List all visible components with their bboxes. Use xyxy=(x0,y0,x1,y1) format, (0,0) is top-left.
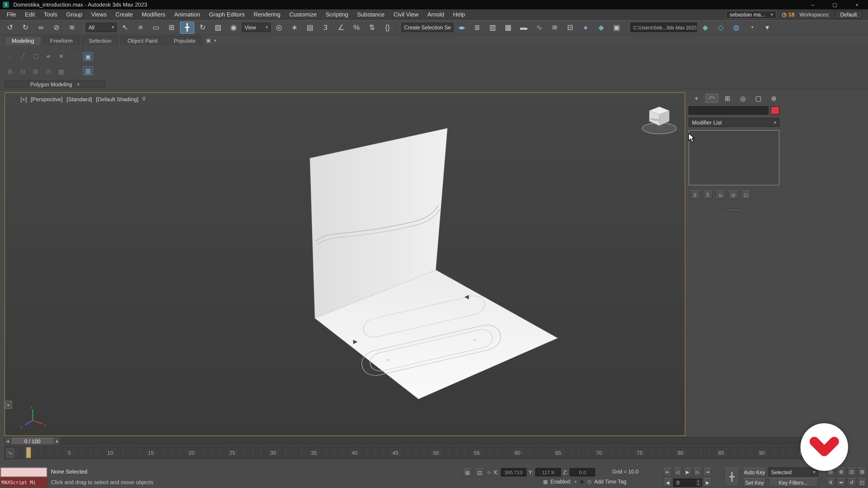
z-coordinate-field[interactable]: 0.0 xyxy=(570,468,595,477)
filter-funnel-icon[interactable]: ∇ xyxy=(143,96,146,102)
toggle-layer-explorer-button[interactable]: ▦ xyxy=(501,21,515,33)
record-ring-icon[interactable]: ◉ xyxy=(580,479,584,485)
menu-item[interactable]: Arnold xyxy=(423,10,449,19)
ribbon-tool-icon[interactable]: ⊟ xyxy=(17,66,29,77)
ribbon-tool-icon[interactable]: ▦ xyxy=(55,66,67,77)
ribbon-edit-mode-icon[interactable]: ▥ xyxy=(83,66,93,75)
absolute-mode-toggle[interactable]: ⊹ xyxy=(487,469,491,475)
slate-material-editor-button[interactable]: ⊟ xyxy=(563,21,578,33)
pin-stack-button[interactable]: ⊻ xyxy=(690,190,700,199)
ribbon-tool-icon[interactable]: ▢ xyxy=(30,51,41,61)
select-and-place-button[interactable]: ◉ xyxy=(226,21,241,33)
next-key-button[interactable]: ▶ xyxy=(703,478,712,487)
ribbon-tab[interactable]: Modeling xyxy=(4,36,41,45)
add-time-tag[interactable]: Add Time Tag xyxy=(594,479,626,485)
selection-filter-dropdown[interactable]: All ▾ xyxy=(86,23,117,32)
dope-sheet-button[interactable]: ≋ xyxy=(548,21,562,33)
create-tab[interactable]: + xyxy=(690,94,703,103)
ribbon-edit-mode-icon[interactable]: ▣ xyxy=(83,52,93,61)
ribbon-tool-icon[interactable]: ⊞ xyxy=(4,66,16,77)
pan-view-button[interactable]: ⇹ xyxy=(836,478,846,487)
previous-key-button[interactable]: ◀ xyxy=(663,478,672,487)
render-flyout-button[interactable]: ▾ xyxy=(760,21,774,33)
set-key-button[interactable]: Set Key xyxy=(743,478,766,487)
panel-splitter[interactable] xyxy=(689,209,780,210)
edit-named-selection-sets-button[interactable]: {} xyxy=(380,21,395,33)
project-folder-field[interactable]: C:\Users\Seb...3ds Max 2023 xyxy=(630,23,697,32)
select-by-name-button[interactable]: ≡ xyxy=(133,21,148,33)
menu-item[interactable]: Tools xyxy=(39,10,62,19)
orbit-button[interactable]: ↺ xyxy=(847,478,857,487)
display-tab[interactable]: ▢ xyxy=(752,94,765,103)
configure-modifier-sets-button[interactable]: ⊡ xyxy=(741,190,751,199)
menu-item[interactable]: Customize xyxy=(285,10,321,19)
menu-item[interactable]: Views xyxy=(87,10,111,19)
polygon-modeling-label[interactable]: Polygon Modeling ▾ xyxy=(4,80,105,88)
select-object-button[interactable]: ↖ xyxy=(118,21,132,33)
spinner-up-icon[interactable]: ▲ xyxy=(697,479,700,482)
maxscript-mini-listener[interactable]: MAXScript Mi xyxy=(0,477,47,487)
viewport-menu[interactable]: [+] xyxy=(21,96,27,102)
menu-item[interactable]: Help xyxy=(449,10,469,19)
menu-item[interactable]: Civil View xyxy=(389,10,423,19)
activeshade-button[interactable]: ◍ xyxy=(729,21,743,33)
spinner-down-icon[interactable]: ▼ xyxy=(697,483,700,486)
minimize-button[interactable]: – xyxy=(809,2,816,7)
mirror-button[interactable]: ◂▸ xyxy=(455,21,469,33)
render-cloud-button[interactable]: ◔ xyxy=(745,21,759,33)
select-and-link-button[interactable]: ∞ xyxy=(34,21,48,33)
viewport-canvas[interactable]: FRONT y x z xyxy=(5,93,685,436)
ribbon-tool-icon[interactable]: ╱ xyxy=(17,51,29,61)
reference-coordinate-dropdown[interactable]: View ▾ xyxy=(242,23,271,32)
ribbon-tool-icon[interactable]: ⊠ xyxy=(30,66,41,77)
ribbon-tool-icon[interactable]: ▫ xyxy=(71,52,79,58)
curve-editor-button[interactable]: ∿ xyxy=(532,21,546,33)
align-button[interactable]: ≣ xyxy=(470,21,485,33)
render-production-button[interactable]: ◆ xyxy=(698,21,712,33)
select-and-move-button[interactable]: ╋ xyxy=(180,21,194,33)
close-button[interactable]: × xyxy=(854,2,860,7)
maximize-button[interactable]: ▢ xyxy=(831,2,838,7)
ribbon-tool-icon[interactable]: ▫ xyxy=(71,69,79,75)
go-to-end-button[interactable]: ⇥ xyxy=(703,467,712,476)
spinner-snap-toggle[interactable]: ⇅ xyxy=(365,21,379,33)
rectangular-selection-region-button[interactable]: ▭ xyxy=(149,21,163,33)
notification-badge[interactable]: ◷ 18 xyxy=(782,11,795,18)
menu-item[interactable]: Animation xyxy=(170,10,205,19)
macro-recorder-pane[interactable] xyxy=(0,467,47,477)
render-setup-button[interactable]: ◆ xyxy=(594,21,609,33)
ribbon-tab[interactable]: Selection xyxy=(81,36,119,45)
select-and-scale-button[interactable]: ▧ xyxy=(211,21,225,33)
menu-item[interactable]: Group xyxy=(62,10,87,19)
mini-curve-editor-button[interactable]: ∿ xyxy=(6,448,14,458)
isolate-selection-toggle[interactable]: ⊞ xyxy=(463,468,472,477)
account-dropdown[interactable]: sebastian ma... ▾ xyxy=(725,10,777,19)
window-crossing-toggle[interactable]: ⊞ xyxy=(164,21,179,33)
current-frame-field[interactable]: 0 ▲ ▼ xyxy=(673,478,702,487)
play-button[interactable]: ▶ xyxy=(683,467,692,476)
rendered-frame-window-button[interactable]: ▣ xyxy=(610,21,624,33)
snap-toggle-3d[interactable]: 3 xyxy=(318,21,333,33)
menu-item[interactable]: Scripting xyxy=(321,10,352,19)
viewcube[interactable]: FRONT xyxy=(642,107,677,134)
toggle-scene-explorer-button[interactable]: ▥ xyxy=(486,21,500,33)
next-frame-button[interactable]: ▷ xyxy=(693,467,702,476)
ribbon-tab[interactable]: Freeform xyxy=(43,36,80,45)
time-slider[interactable]: ◄ 0 / 100 ► xyxy=(4,437,806,445)
modify-tab[interactable]: ◠ xyxy=(705,94,719,103)
current-frame-marker[interactable] xyxy=(26,447,31,458)
ribbon-config-button[interactable]: ▣ ▾ xyxy=(206,38,216,45)
workspace-dropdown[interactable]: Default xyxy=(835,10,863,19)
named-selection-dropdown[interactable]: Create Selection Se ▾ xyxy=(401,23,454,32)
menu-item[interactable]: Graph Editors xyxy=(205,10,249,19)
ribbon-tool-icon[interactable]: ∴ xyxy=(4,51,16,61)
ribbon-tool-icon[interactable]: ⊡ xyxy=(43,66,54,77)
set-keys-button[interactable]: ╋ xyxy=(724,467,740,486)
select-and-rotate-button[interactable]: ↻ xyxy=(195,21,210,33)
compact-material-editor-button[interactable]: ● xyxy=(579,21,593,33)
motion-tab[interactable]: ◎ xyxy=(736,94,749,103)
ribbon-tab[interactable]: Object Paint xyxy=(120,36,165,45)
utilities-tab[interactable]: ⊛ xyxy=(767,94,780,103)
menu-item[interactable]: Substance xyxy=(352,10,389,19)
keyboard-shortcut-override-toggle[interactable]: ▤ xyxy=(303,21,317,33)
